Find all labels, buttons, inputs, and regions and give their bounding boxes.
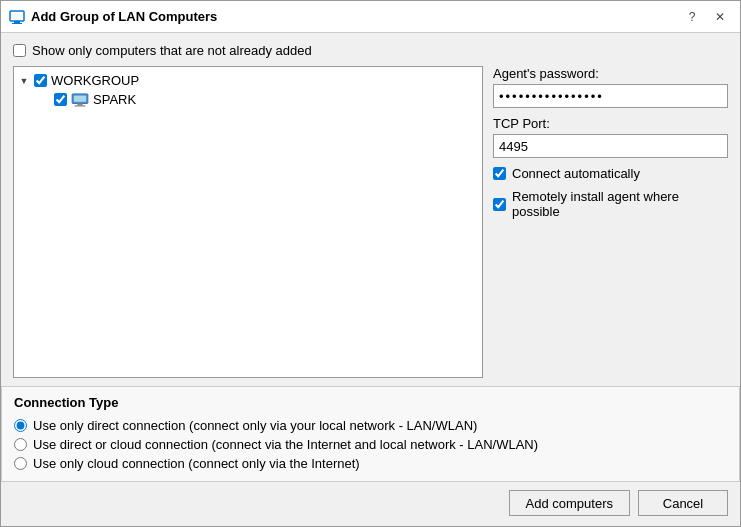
- password-label: Agent's password:: [493, 66, 728, 81]
- computer-icon: [71, 93, 89, 107]
- radio-direct-cloud[interactable]: [14, 438, 27, 451]
- remote-install-label: Remotely install agent where possible: [512, 189, 728, 219]
- connect-auto-row: Connect automatically: [493, 166, 728, 181]
- spark-label: SPARK: [93, 92, 136, 107]
- right-panel: Agent's password: TCP Port: Connect auto…: [493, 66, 728, 378]
- close-button[interactable]: ✕: [708, 7, 732, 27]
- remote-install-row: Remotely install agent where possible: [493, 189, 728, 219]
- svg-rect-5: [77, 103, 82, 105]
- svg-rect-4: [74, 95, 86, 101]
- window-body: Show only computers that are not already…: [1, 33, 740, 526]
- radio-direct-only-label: Use only direct connection (connect only…: [33, 418, 477, 433]
- password-field-group: Agent's password:: [493, 66, 728, 108]
- help-button[interactable]: ?: [680, 7, 704, 27]
- radio-cloud-only[interactable]: [14, 457, 27, 470]
- radio-direct-cloud-row: Use direct or cloud connection (connect …: [14, 435, 727, 454]
- title-bar-left: Add Group of LAN Computers: [9, 9, 217, 25]
- main-window: Add Group of LAN Computers ? ✕ Show only…: [0, 0, 741, 527]
- connection-type-section: Connection Type Use only direct connecti…: [1, 386, 740, 482]
- footer-area: Connection Type Use only direct connecti…: [13, 386, 728, 516]
- radio-direct-only-row: Use only direct connection (connect only…: [14, 416, 727, 435]
- connection-type-title: Connection Type: [14, 395, 727, 410]
- tree-panel[interactable]: ▼ WORKGROUP SPARK: [13, 66, 483, 378]
- radio-cloud-only-label: Use only cloud connection (connect only …: [33, 456, 360, 471]
- port-field-group: TCP Port:: [493, 116, 728, 158]
- filter-row: Show only computers that are not already…: [13, 43, 728, 58]
- title-bar-controls: ? ✕: [680, 7, 732, 27]
- connect-auto-checkbox[interactable]: [493, 167, 506, 180]
- radio-direct-only[interactable]: [14, 419, 27, 432]
- cancel-button[interactable]: Cancel: [638, 490, 728, 516]
- chevron-down-icon: ▼: [18, 75, 30, 87]
- show-not-added-label: Show only computers that are not already…: [32, 43, 312, 58]
- remote-install-checkbox[interactable]: [493, 198, 506, 211]
- password-input[interactable]: [493, 84, 728, 108]
- svg-rect-0: [10, 11, 24, 21]
- tree-item-workgroup[interactable]: ▼ WORKGROUP: [18, 71, 478, 90]
- main-content: ▼ WORKGROUP SPARK: [13, 66, 728, 378]
- connect-auto-label: Connect automatically: [512, 166, 640, 181]
- svg-rect-2: [12, 23, 22, 24]
- window-icon: [9, 9, 25, 25]
- show-not-added-checkbox[interactable]: [13, 44, 26, 57]
- spark-checkbox[interactable]: [54, 93, 67, 106]
- radio-direct-cloud-label: Use direct or cloud connection (connect …: [33, 437, 538, 452]
- radio-cloud-only-row: Use only cloud connection (connect only …: [14, 454, 727, 473]
- svg-rect-1: [14, 21, 20, 23]
- port-label: TCP Port:: [493, 116, 728, 131]
- window-title: Add Group of LAN Computers: [31, 9, 217, 24]
- tree-item-spark[interactable]: SPARK: [38, 90, 478, 109]
- workgroup-label: WORKGROUP: [51, 73, 139, 88]
- title-bar: Add Group of LAN Computers ? ✕: [1, 1, 740, 33]
- workgroup-checkbox[interactable]: [34, 74, 47, 87]
- svg-rect-6: [75, 105, 86, 106]
- port-input[interactable]: [493, 134, 728, 158]
- bottom-buttons: Add computers Cancel: [13, 482, 728, 516]
- add-computers-button[interactable]: Add computers: [509, 490, 630, 516]
